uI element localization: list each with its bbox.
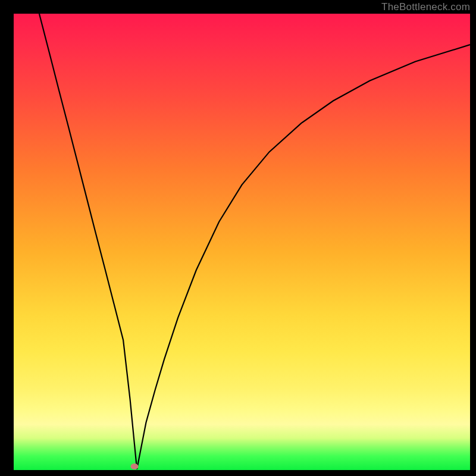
optimal-point-marker [131, 464, 139, 469]
chart-frame: TheBottleneck.com [0, 0, 476, 476]
bottleneck-curve [14, 14, 470, 470]
attribution-label: TheBottleneck.com [381, 1, 470, 13]
plot-area [14, 14, 470, 470]
